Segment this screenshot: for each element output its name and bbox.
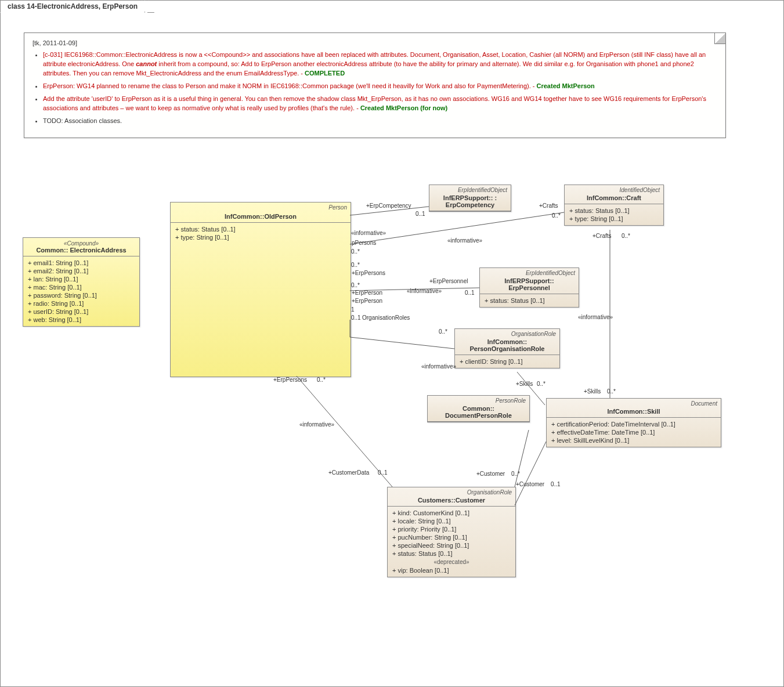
diagram-title: class 14-ElectronicAddress, ErpPerson — [8, 2, 138, 10]
mult-org-roles: 0..* — [439, 328, 447, 335]
note-item: ErpPerson: WG14 planned to rename the cl… — [43, 82, 717, 91]
mult-erppersons2: 0..* — [317, 377, 326, 383]
note-item: [c-031] IEC61968::Common::ElectronicAddr… — [43, 50, 717, 78]
role-crafts2: +Crafts — [592, 233, 612, 239]
class-erp-personnel[interactable]: ErpIdentifiedObject InfERPSupport:: ErpP… — [479, 267, 579, 308]
mult-customer: 0..* — [511, 471, 520, 477]
mult-erppersonnel: 0..1 — [465, 290, 475, 296]
note-item: TODO: Association classes. — [43, 117, 717, 126]
mult-erpperson: 0..* — [351, 282, 360, 288]
class-customer[interactable]: OrganisationRole Customers::Customer + k… — [387, 487, 516, 577]
txt-informative-5: «informative» — [299, 421, 334, 428]
txt-informative-2: «informative» — [447, 237, 482, 244]
note-box: [tk, 2011-01-09] [c-031] IEC61968::Commo… — [24, 32, 726, 138]
note-list: [c-031] IEC61968::Common::ElectronicAddr… — [43, 50, 717, 126]
svg-line-4 — [350, 337, 454, 349]
role-skills2: +Skills — [584, 388, 601, 395]
mult-crafts: 0..* — [552, 212, 561, 219]
class-skill[interactable]: Document InfCommon::Skill + certificatio… — [546, 398, 721, 447]
class-craft[interactable]: IdentifiedObject InfCommon::Craft + stat… — [564, 185, 664, 226]
mult-skills: 0..* — [537, 381, 545, 387]
txt-informative-6: «informative» — [578, 314, 613, 320]
mult-erp-competency: 0..1 — [416, 211, 425, 217]
role-erppersons2: +ErpPersons — [273, 377, 307, 383]
role-erppersons: +ErpPersons — [352, 270, 385, 276]
role-erppersonnel: +ErpPersonnel — [429, 278, 468, 284]
class-old-person[interactable]: Person InfCommon::OldPerson + status: St… — [170, 202, 351, 377]
mult-customer-data: 0..1 — [378, 469, 388, 476]
class-person-org-role[interactable]: OrganisationRole InfCommon:: PersonOrgan… — [454, 328, 560, 368]
role-skills: +Skills — [516, 381, 533, 387]
class-erp-competency[interactable]: ErpIdentifiedObject InfERPSupport:: : Er… — [429, 185, 511, 212]
svg-line-9 — [515, 430, 529, 487]
mult-ppersons: 0..* — [351, 248, 360, 255]
role-erp-competency: +ErpCompetency — [366, 203, 411, 209]
role-customer2: +Customer — [516, 481, 544, 487]
role-ppersons: pPersons — [352, 240, 376, 246]
txt-informative-3: «informative» — [407, 288, 442, 294]
mult-crafts2: 0..* — [622, 233, 630, 239]
role-org-roles: OrganisationRoles — [362, 314, 410, 321]
diagram-frame: class 14-ElectronicAddress, ErpPerson [t… — [0, 0, 784, 687]
class-electronic-address[interactable]: «Compound» Common:: ElectronicAddress + … — [23, 237, 140, 327]
note-item: Add the attribute 'userID' to ErpPerson … — [43, 95, 717, 113]
role-erpperson: +ErpPerson — [352, 290, 382, 296]
note-ear-icon — [714, 33, 725, 44]
diagram-tab: class 14-ElectronicAddress, ErpPerson — [0, 0, 145, 13]
role-customer: +Customer — [476, 471, 505, 477]
txt-informative-1: «informative» — [351, 230, 386, 236]
role-crafts: +Crafts — [539, 203, 558, 209]
mult-skills2: 0..* — [607, 388, 616, 395]
class-doc-person-role[interactable]: PersonRole Common:: DocumentPersonRole — [427, 395, 530, 422]
mult-customer2: 0..1 — [551, 481, 561, 487]
mult-one: 1 — [351, 306, 355, 313]
role-customer-data: +CustomerData — [328, 469, 369, 476]
mult-erppersons: 0..* — [351, 262, 360, 268]
mult-01: 0..1 — [351, 314, 361, 321]
role-erpperson2: +ErpPerson — [352, 298, 382, 304]
note-header: [tk, 2011-01-09] — [32, 39, 717, 48]
txt-informative-4: «informative» — [421, 363, 456, 370]
